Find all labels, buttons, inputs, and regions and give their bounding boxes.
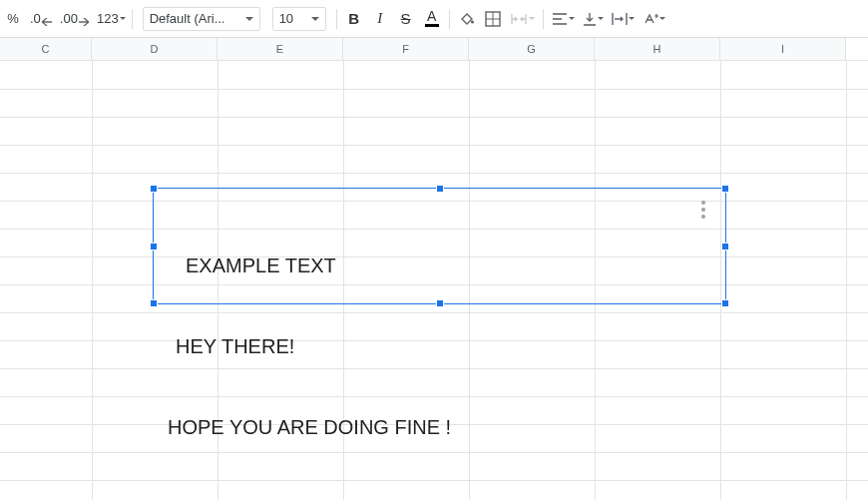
bold-button[interactable]: B — [341, 6, 367, 32]
merge-cells-button[interactable] — [506, 6, 539, 32]
vertical-align-button[interactable] — [579, 6, 608, 32]
textbox-line-1: EXAMPLE TEXT — [168, 252, 711, 279]
italic-button[interactable]: I — [367, 6, 393, 32]
font-name-label: Default (Ari... — [150, 11, 225, 26]
borders-icon — [485, 11, 501, 27]
separator — [449, 9, 450, 29]
merge-cells-icon — [510, 11, 528, 27]
svg-point-0 — [471, 20, 474, 23]
textbox-line-2: HEY THERE! — [168, 333, 711, 360]
resize-handle-w[interactable] — [150, 243, 158, 250]
arrow-right-icon — [79, 18, 89, 26]
column-header-cell[interactable]: I — [720, 38, 846, 60]
borders-button[interactable] — [480, 6, 506, 32]
resize-handle-se[interactable] — [721, 299, 729, 307]
font-name-select[interactable]: Default (Ari... — [143, 7, 260, 31]
percent-format-button[interactable]: % — [0, 6, 26, 32]
kebab-dot-icon — [701, 215, 705, 219]
italic-label: I — [377, 10, 382, 27]
arrow-left-icon — [42, 18, 52, 26]
text-color-button[interactable]: A — [419, 6, 445, 32]
textbox-line-3: HOPE YOU ARE DOING FINE ! — [168, 414, 711, 441]
column-header-cell[interactable]: G — [469, 38, 595, 60]
column-header-cell[interactable]: C — [0, 38, 92, 60]
chevron-down-icon — [659, 17, 665, 20]
separator — [132, 9, 133, 29]
column-header-cell[interactable]: H — [595, 38, 720, 60]
decrease-decimal-button[interactable]: .0 — [26, 6, 56, 32]
spreadsheet-grid[interactable]: EXAMPLE TEXT HEY THERE! HOPE YOU ARE DOI… — [0, 61, 868, 500]
chevron-down-icon — [569, 17, 575, 20]
strikethrough-label: S — [401, 10, 411, 27]
vertical-align-bottom-icon — [583, 12, 597, 26]
text-wrap-button[interactable] — [608, 6, 639, 32]
kebab-dot-icon — [701, 201, 705, 205]
font-size-label: 10 — [279, 11, 293, 26]
textbox-more-menu-button[interactable] — [695, 199, 711, 221]
text-color-label: A — [427, 10, 436, 23]
text-wrap-icon — [612, 12, 628, 26]
more-formats-label: 123 — [97, 11, 119, 26]
column-header-row: CDEFGHI — [0, 38, 868, 61]
column-header-cell[interactable]: F — [343, 38, 469, 60]
resize-handle-nw[interactable] — [150, 185, 158, 193]
resize-handle-sw[interactable] — [150, 299, 158, 307]
paint-bucket-icon — [458, 10, 476, 28]
textbox-content: EXAMPLE TEXT HEY THERE! HOPE YOU ARE DOI… — [154, 189, 725, 500]
font-size-select[interactable]: 10 — [272, 7, 326, 31]
resize-handle-e[interactable] — [721, 243, 729, 250]
increase-decimal-label: .00 — [60, 11, 78, 26]
chevron-down-icon — [529, 17, 535, 20]
more-formats-button[interactable]: 123 — [93, 6, 128, 32]
strikethrough-button[interactable]: S — [393, 6, 419, 32]
align-left-icon — [552, 12, 568, 26]
chevron-down-icon — [629, 17, 635, 20]
column-header-cell[interactable]: E — [217, 38, 343, 60]
increase-decimal-button[interactable]: .00 — [56, 6, 93, 32]
resize-handle-n[interactable] — [436, 185, 444, 193]
decrease-decimal-label: .0 — [30, 11, 41, 26]
chevron-down-icon — [245, 17, 253, 21]
text-rotation-icon — [643, 12, 658, 26]
fill-color-button[interactable] — [454, 6, 480, 32]
kebab-dot-icon — [701, 208, 705, 212]
horizontal-align-button[interactable] — [548, 6, 579, 32]
bold-label: B — [348, 10, 359, 27]
column-header-cell[interactable]: D — [92, 38, 217, 60]
percent-format-label: % — [7, 11, 19, 26]
chevron-down-icon — [120, 17, 126, 20]
resize-handle-ne[interactable] — [721, 185, 729, 193]
resize-handle-s[interactable] — [436, 299, 444, 307]
separator — [336, 9, 337, 29]
toolbar: % .0 .00 123 Default (Ari... 10 B I S A — [0, 0, 868, 38]
chevron-down-icon — [598, 17, 604, 20]
text-color-swatch — [425, 24, 439, 27]
separator — [543, 9, 544, 29]
chevron-down-icon — [311, 17, 319, 21]
selected-textbox[interactable]: EXAMPLE TEXT HEY THERE! HOPE YOU ARE DOI… — [153, 188, 726, 304]
text-rotation-button[interactable] — [639, 6, 669, 32]
